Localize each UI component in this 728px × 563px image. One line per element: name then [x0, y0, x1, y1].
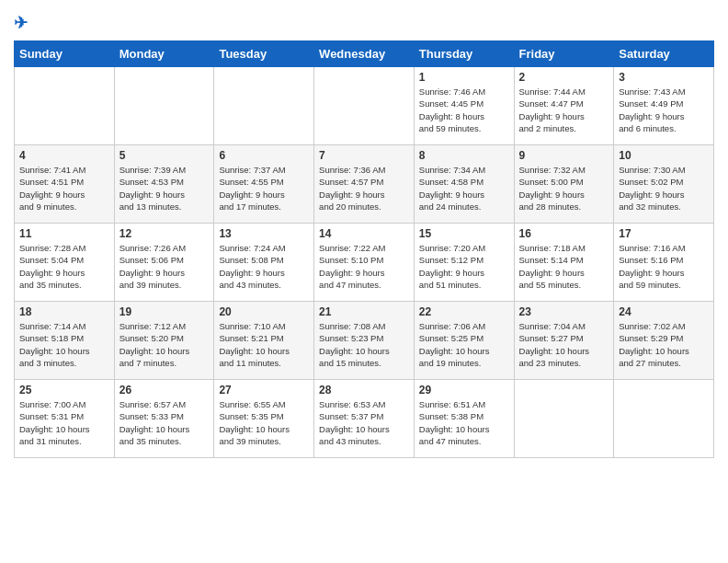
- day-header-wednesday: Wednesday: [314, 41, 415, 67]
- day-number: 19: [119, 305, 210, 318]
- calendar-cell: 7Sunrise: 7:36 AM Sunset: 4:57 PM Daylig…: [314, 145, 415, 224]
- day-header-tuesday: Tuesday: [214, 41, 314, 67]
- day-info: Sunrise: 6:53 AM Sunset: 5:37 PM Dayligh…: [319, 398, 409, 447]
- calendar-cell: 3Sunrise: 7:43 AM Sunset: 4:49 PM Daylig…: [614, 67, 714, 145]
- calendar-cell: 2Sunrise: 7:44 AM Sunset: 4:47 PM Daylig…: [514, 67, 614, 145]
- day-number: 29: [419, 384, 509, 396]
- day-info: Sunrise: 7:24 AM Sunset: 5:08 PM Dayligh…: [219, 242, 309, 291]
- calendar-cell: 18Sunrise: 7:14 AM Sunset: 5:18 PM Dayli…: [15, 302, 115, 380]
- calendar-cell: [114, 67, 214, 145]
- day-info: Sunrise: 7:16 AM Sunset: 5:16 PM Dayligh…: [619, 242, 709, 291]
- day-info: Sunrise: 7:04 AM Sunset: 5:27 PM Dayligh…: [519, 320, 609, 369]
- day-number: 23: [519, 305, 609, 318]
- day-number: 24: [619, 305, 709, 318]
- day-info: Sunrise: 7:14 AM Sunset: 5:18 PM Dayligh…: [19, 320, 109, 369]
- day-info: Sunrise: 7:02 AM Sunset: 5:29 PM Dayligh…: [619, 320, 709, 369]
- day-info: Sunrise: 7:41 AM Sunset: 4:51 PM Dayligh…: [19, 164, 109, 213]
- week-row-2: 4Sunrise: 7:41 AM Sunset: 4:51 PM Daylig…: [15, 145, 714, 224]
- calendar-cell: 11Sunrise: 7:28 AM Sunset: 5:04 PM Dayli…: [15, 224, 115, 302]
- day-info: Sunrise: 7:34 AM Sunset: 4:58 PM Dayligh…: [419, 164, 509, 213]
- calendar-cell: [614, 380, 714, 458]
- week-row-5: 25Sunrise: 7:00 AM Sunset: 5:31 PM Dayli…: [15, 380, 714, 458]
- day-info: Sunrise: 7:22 AM Sunset: 5:10 PM Dayligh…: [319, 242, 409, 291]
- calendar-cell: 8Sunrise: 7:34 AM Sunset: 4:58 PM Daylig…: [414, 145, 514, 224]
- week-row-1: 1Sunrise: 7:46 AM Sunset: 4:45 PM Daylig…: [15, 67, 714, 145]
- day-header-sunday: Sunday: [15, 41, 115, 67]
- day-info: Sunrise: 7:12 AM Sunset: 5:20 PM Dayligh…: [119, 320, 210, 369]
- day-info: Sunrise: 7:44 AM Sunset: 4:47 PM Dayligh…: [519, 86, 609, 134]
- calendar-cell: 6Sunrise: 7:37 AM Sunset: 4:55 PM Daylig…: [214, 145, 314, 224]
- day-number: 13: [219, 227, 309, 240]
- day-number: 15: [419, 227, 509, 240]
- day-number: 12: [119, 227, 210, 240]
- week-row-3: 11Sunrise: 7:28 AM Sunset: 5:04 PM Dayli…: [15, 224, 714, 302]
- day-header-monday: Monday: [114, 41, 214, 67]
- calendar-cell: 16Sunrise: 7:18 AM Sunset: 5:14 PM Dayli…: [514, 224, 614, 302]
- calendar-cell: [15, 67, 115, 145]
- day-info: Sunrise: 7:37 AM Sunset: 4:55 PM Dayligh…: [219, 164, 309, 213]
- day-number: 7: [319, 149, 409, 162]
- day-info: Sunrise: 6:51 AM Sunset: 5:38 PM Dayligh…: [419, 398, 509, 447]
- calendar-cell: 5Sunrise: 7:39 AM Sunset: 4:53 PM Daylig…: [114, 145, 214, 224]
- day-header-thursday: Thursday: [414, 41, 514, 67]
- day-number: 10: [619, 149, 709, 162]
- day-info: Sunrise: 7:43 AM Sunset: 4:49 PM Dayligh…: [619, 86, 709, 134]
- calendar-cell: 19Sunrise: 7:12 AM Sunset: 5:20 PM Dayli…: [114, 302, 214, 380]
- day-info: Sunrise: 7:06 AM Sunset: 5:25 PM Dayligh…: [419, 320, 509, 369]
- day-number: 2: [519, 71, 609, 84]
- calendar-cell: 22Sunrise: 7:06 AM Sunset: 5:25 PM Dayli…: [414, 302, 514, 380]
- calendar-cell: 17Sunrise: 7:16 AM Sunset: 5:16 PM Dayli…: [614, 224, 714, 302]
- day-number: 11: [19, 227, 109, 240]
- day-info: Sunrise: 7:46 AM Sunset: 4:45 PM Dayligh…: [419, 86, 509, 134]
- calendar-cell: 15Sunrise: 7:20 AM Sunset: 5:12 PM Dayli…: [414, 224, 514, 302]
- day-info: Sunrise: 6:55 AM Sunset: 5:35 PM Dayligh…: [219, 398, 309, 447]
- day-number: 3: [619, 71, 709, 84]
- calendar-cell: 21Sunrise: 7:08 AM Sunset: 5:23 PM Dayli…: [314, 302, 415, 380]
- day-number: 4: [19, 149, 109, 162]
- calendar-table: SundayMondayTuesdayWednesdayThursdayFrid…: [14, 40, 714, 458]
- day-number: 14: [319, 227, 409, 240]
- day-number: 5: [119, 149, 210, 162]
- calendar-cell: 27Sunrise: 6:55 AM Sunset: 5:35 PM Dayli…: [214, 380, 314, 458]
- day-info: Sunrise: 7:10 AM Sunset: 5:21 PM Dayligh…: [219, 320, 309, 369]
- day-number: 8: [419, 149, 509, 162]
- calendar-cell: 23Sunrise: 7:04 AM Sunset: 5:27 PM Dayli…: [514, 302, 614, 380]
- calendar-cell: 1Sunrise: 7:46 AM Sunset: 4:45 PM Daylig…: [414, 67, 514, 145]
- day-info: Sunrise: 7:00 AM Sunset: 5:31 PM Dayligh…: [19, 398, 109, 447]
- day-number: 21: [319, 305, 409, 318]
- calendar-cell: 25Sunrise: 7:00 AM Sunset: 5:31 PM Dayli…: [15, 380, 115, 458]
- day-number: 1: [419, 71, 509, 84]
- calendar-cell: 9Sunrise: 7:32 AM Sunset: 5:00 PM Daylig…: [514, 145, 614, 224]
- day-number: 17: [619, 227, 709, 240]
- calendar-cell: 4Sunrise: 7:41 AM Sunset: 4:51 PM Daylig…: [15, 145, 115, 224]
- day-info: Sunrise: 7:28 AM Sunset: 5:04 PM Dayligh…: [19, 242, 109, 291]
- calendar-cell: 10Sunrise: 7:30 AM Sunset: 5:02 PM Dayli…: [614, 145, 714, 224]
- day-info: Sunrise: 7:08 AM Sunset: 5:23 PM Dayligh…: [319, 320, 409, 369]
- calendar-cell: 13Sunrise: 7:24 AM Sunset: 5:08 PM Dayli…: [214, 224, 314, 302]
- day-number: 27: [219, 384, 309, 396]
- day-number: 28: [319, 384, 409, 396]
- week-row-4: 18Sunrise: 7:14 AM Sunset: 5:18 PM Dayli…: [15, 302, 714, 380]
- day-number: 16: [519, 227, 609, 240]
- days-header-row: SundayMondayTuesdayWednesdayThursdayFrid…: [15, 41, 714, 67]
- day-info: Sunrise: 7:18 AM Sunset: 5:14 PM Dayligh…: [519, 242, 609, 291]
- day-info: Sunrise: 7:32 AM Sunset: 5:00 PM Dayligh…: [519, 164, 609, 213]
- day-number: 18: [19, 305, 109, 318]
- calendar-cell: 12Sunrise: 7:26 AM Sunset: 5:06 PM Dayli…: [114, 224, 214, 302]
- day-number: 22: [419, 305, 509, 318]
- day-info: Sunrise: 7:36 AM Sunset: 4:57 PM Dayligh…: [319, 164, 409, 213]
- calendar-cell: 28Sunrise: 6:53 AM Sunset: 5:37 PM Dayli…: [314, 380, 415, 458]
- logo-bird-icon: ✈: [14, 14, 28, 32]
- day-info: Sunrise: 7:30 AM Sunset: 5:02 PM Dayligh…: [619, 164, 709, 213]
- calendar-cell: [514, 380, 614, 458]
- calendar-cell: 24Sunrise: 7:02 AM Sunset: 5:29 PM Dayli…: [614, 302, 714, 380]
- day-info: Sunrise: 7:39 AM Sunset: 4:53 PM Dayligh…: [119, 164, 210, 213]
- calendar-cell: [214, 67, 314, 145]
- day-number: 6: [219, 149, 309, 162]
- calendar-cell: 20Sunrise: 7:10 AM Sunset: 5:21 PM Dayli…: [214, 302, 314, 380]
- header: ✈: [14, 9, 714, 33]
- day-info: Sunrise: 6:57 AM Sunset: 5:33 PM Dayligh…: [119, 398, 210, 447]
- calendar-cell: 26Sunrise: 6:57 AM Sunset: 5:33 PM Dayli…: [114, 380, 214, 458]
- day-number: 25: [19, 384, 109, 396]
- calendar-cell: [314, 67, 415, 145]
